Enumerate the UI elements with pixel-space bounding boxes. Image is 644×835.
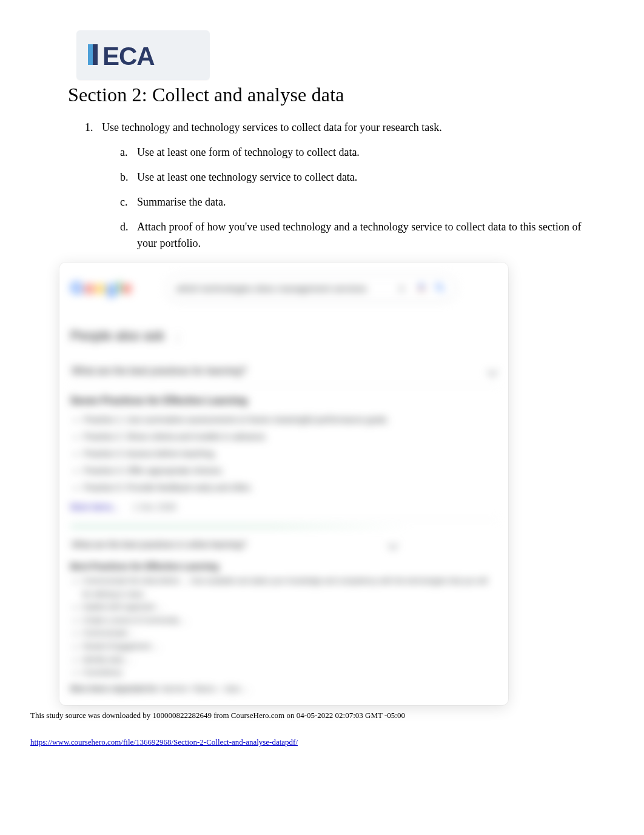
- snippet-item: Communicate …: [82, 627, 497, 640]
- snippet-list-2: Communicate the what before … how availa…: [70, 575, 497, 680]
- svg-line-6: [441, 289, 444, 292]
- list-number: b.: [120, 169, 137, 186]
- paa-question-1[interactable]: What are the best practices for learning…: [70, 357, 497, 386]
- blurred-content: Google which technologies does managemen…: [59, 263, 508, 705]
- list-text: Use at least one technology service to c…: [137, 169, 583, 186]
- more-items-link[interactable]: More items...: [70, 502, 119, 512]
- list-number: 1.: [85, 119, 102, 136]
- list-item-1c: c. Summarise the data.: [120, 194, 583, 210]
- snippet-list: Practice 1: Use summative assessments to…: [70, 411, 497, 496]
- snippet-item: Implied well organized …: [82, 601, 497, 614]
- google-logo: Google: [70, 278, 132, 298]
- source-url-link[interactable]: https://www.coursehero.com/file/13669296…: [30, 737, 298, 747]
- snippet-item: Practice 4: Offer appropriate choices.: [84, 462, 497, 479]
- chevron-down-icon: [388, 540, 398, 550]
- result-link-row: More items... 1 Dec 2008: [70, 502, 497, 512]
- document-page: ECA Section 2: Collect and analyse data …: [0, 0, 644, 729]
- snippet-item: Create a sense of Community …: [82, 614, 497, 628]
- section-title: Section 2: Collect and analyse data: [68, 84, 583, 106]
- paa-question-2[interactable]: What are the best practices in online le…: [70, 532, 398, 557]
- snippet-item: Practice 1: Use summative assessments to…: [84, 411, 497, 428]
- svg-text:ECA: ECA: [102, 42, 155, 70]
- search-icon[interactable]: [434, 282, 446, 294]
- list-text: Attach proof of how you've used technolo…: [137, 219, 583, 252]
- more-items-row: More items requested for: learners • Bas…: [70, 685, 497, 693]
- svg-rect-3: [420, 283, 423, 289]
- snippet-item: Practice 3: Assess before teaching.: [84, 445, 497, 462]
- embedded-screenshot: Google which technologies does managemen…: [59, 263, 508, 705]
- list-item-1: 1. Use technology and technology service…: [85, 119, 583, 136]
- chevron-down-icon: [488, 366, 498, 377]
- more-icon[interactable]: ⋮: [172, 332, 183, 344]
- mic-icon[interactable]: [416, 282, 428, 294]
- list-item-1a: a. Use at least one form of technology t…: [120, 144, 583, 161]
- list-text: Summarise the data.: [137, 194, 583, 210]
- download-footer-note: This study source was downloaded by 1000…: [30, 711, 405, 720]
- search-query-text: which technologies does management servi…: [176, 283, 392, 293]
- list-item-1d: d. Attach proof of how you've used techn…: [120, 219, 583, 252]
- result-date: 1 Dec 2008: [133, 502, 176, 512]
- list-number: a.: [120, 144, 137, 161]
- svg-point-5: [436, 284, 441, 289]
- snippet-title: Seven Practices for Effective Learning: [70, 395, 497, 406]
- snippet-item: Student Engagement …: [82, 640, 497, 654]
- main-list: 1. Use technology and technology service…: [68, 119, 583, 136]
- people-also-ask-header: People also ask ⋮: [70, 328, 497, 357]
- list-number: d.: [120, 219, 137, 252]
- snippet-item: Communicate the what before … how availa…: [82, 575, 497, 601]
- snippet-item: Practice 5: Provide feedback early and o…: [84, 479, 497, 496]
- list-text: Use technology and technology services t…: [102, 119, 442, 136]
- org-logo: ECA: [76, 30, 210, 80]
- sub-list: a. Use at least one form of technology t…: [68, 144, 583, 252]
- snippet-item: Consistency: [82, 666, 497, 680]
- list-number: c.: [120, 194, 137, 210]
- list-text: Use at least one form of technology to c…: [137, 144, 583, 161]
- search-header: Google which technologies does managemen…: [70, 275, 497, 301]
- snippet-item: Practice 2: Show criteria and models in …: [84, 428, 497, 445]
- svg-rect-1: [88, 44, 93, 65]
- clear-icon[interactable]: ×: [398, 282, 410, 294]
- search-input[interactable]: which technologies does management servi…: [166, 275, 457, 301]
- eca-logo-svg: ECA: [86, 38, 201, 72]
- snippet-title-2: Best Practices for Effective Learning: [70, 562, 497, 571]
- list-item-1b: b. Use at least one technology service t…: [120, 169, 583, 186]
- snippet-item: Identify early …: [82, 654, 497, 667]
